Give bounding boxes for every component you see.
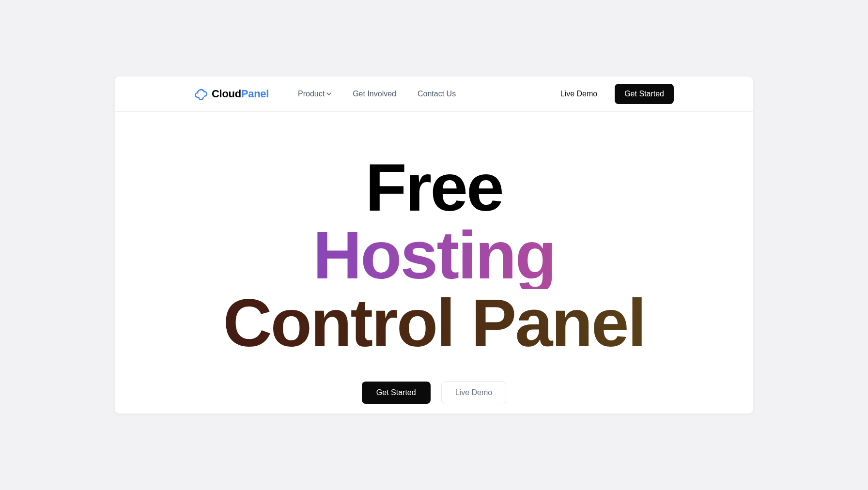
live-demo-link[interactable]: Live Demo <box>560 90 597 98</box>
hero-line-hosting: Hosting <box>115 221 753 289</box>
hero-actions: Get Started Live Demo <box>115 381 753 404</box>
topbar-right: Live Demo Get Started <box>560 84 674 104</box>
live-demo-label: Live Demo <box>560 90 597 98</box>
page-card: CloudPanel Product Get Involved Contact … <box>115 77 753 413</box>
nav-product[interactable]: Product <box>298 90 331 98</box>
get-started-label: Get Started <box>624 90 664 98</box>
nav-contact-us-label: Contact Us <box>418 90 456 98</box>
nav-get-involved[interactable]: Get Involved <box>353 90 396 98</box>
hero-live-demo-label: Live Demo <box>455 388 492 397</box>
hero: Free Hosting Control Panel Get Started L… <box>115 112 753 404</box>
logo-text-cloud: Cloud <box>212 88 241 100</box>
logo[interactable]: CloudPanel <box>194 87 269 101</box>
nav-product-label: Product <box>298 90 325 98</box>
cloud-icon <box>194 87 208 101</box>
hero-live-demo-button[interactable]: Live Demo <box>441 381 506 404</box>
logo-text-panel: Panel <box>241 88 269 100</box>
hero-get-started-button[interactable]: Get Started <box>362 382 431 404</box>
logo-text: CloudPanel <box>212 88 269 100</box>
hero-line-free: Free <box>115 153 753 221</box>
hero-line-control: Control Panel <box>115 289 753 357</box>
nav: Product Get Involved Contact Us <box>298 90 456 98</box>
nav-contact-us[interactable]: Contact Us <box>418 90 456 98</box>
nav-get-involved-label: Get Involved <box>353 90 396 98</box>
get-started-button[interactable]: Get Started <box>615 84 674 104</box>
hero-get-started-label: Get Started <box>376 388 416 397</box>
topbar: CloudPanel Product Get Involved Contact … <box>115 77 753 112</box>
chevron-down-icon <box>326 92 331 96</box>
